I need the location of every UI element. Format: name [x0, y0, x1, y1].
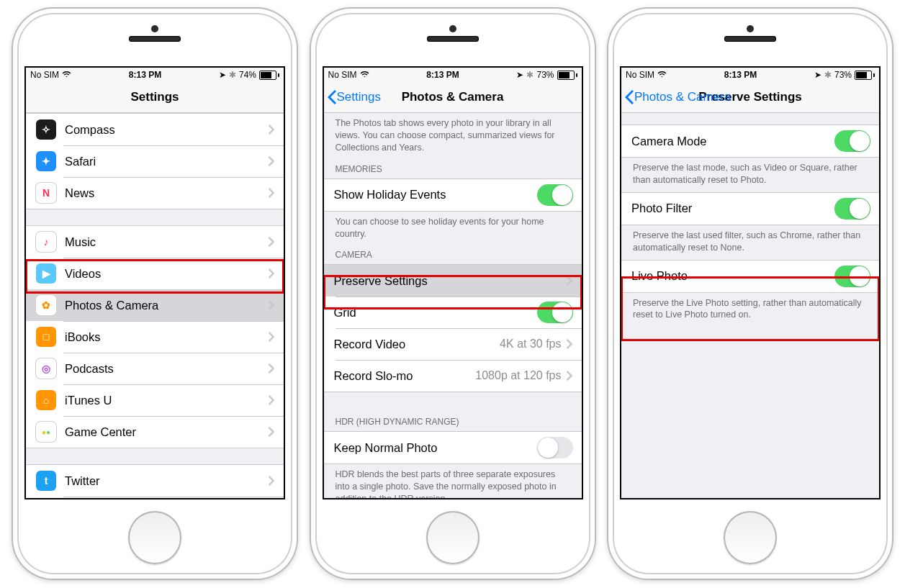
settings-list[interactable]: ✧Compass✦SafariNNews ♪Music▶Videos✿Photo… [26, 113, 284, 498]
app-icon: ●● [36, 422, 56, 442]
speaker-grille [724, 36, 776, 42]
nav-bar: Photos & Camera Preserve Settings [621, 82, 879, 113]
chevron-right-icon [566, 276, 573, 286]
back-button[interactable]: Settings [327, 90, 381, 104]
app-icon: ✦ [36, 151, 56, 171]
row-record-slo-mo[interactable]: Record Slo-mo1080p at 120 fps [324, 360, 582, 392]
photos-camera-list[interactable]: The Photos tab shows every photo in your… [324, 113, 582, 498]
page-title: Photos & Camera [402, 90, 504, 104]
settings-row-itunes-u[interactable]: ⌂iTunes U [26, 384, 284, 416]
clock: 8:13 PM [129, 70, 161, 80]
app-icon: t [36, 471, 56, 491]
settings-row-compass[interactable]: ✧Compass [26, 114, 284, 145]
clock: 8:13 PM [724, 70, 757, 80]
speaker-grille [427, 36, 479, 42]
chevron-right-icon [268, 332, 275, 342]
location-icon: ➤ [814, 70, 821, 80]
row-label: Music [65, 235, 268, 249]
chevron-right-icon [268, 237, 275, 247]
settings-row-facebook[interactable]: fFacebook [26, 497, 284, 498]
wifi-icon [62, 70, 71, 80]
battery-icon [855, 71, 875, 80]
phone-left: No SIM 8:13 PM ➤ ✱ 74% Settings ✧Compass… [13, 9, 297, 579]
back-label: Settings [337, 90, 381, 104]
settings-row-music[interactable]: ♪Music [26, 226, 284, 258]
switch-grid[interactable] [537, 302, 573, 323]
phone-right: No SIM 8:13 PM ➤ ✱ 73% Photos & Camera P… [608, 9, 892, 579]
app-icon: □ [36, 327, 56, 347]
row-label: Keep Normal Photo [334, 441, 537, 455]
switch-live-photo[interactable] [834, 266, 870, 287]
switch-show-holiday[interactable] [537, 184, 573, 206]
app-icon: ◎ [36, 358, 56, 379]
clock: 8:13 PM [426, 70, 459, 80]
chevron-right-icon [268, 363, 275, 374]
row-label: Twitter [65, 474, 268, 488]
app-icon: ✿ [36, 295, 56, 315]
camera-dot [449, 25, 456, 32]
preserve-settings-list[interactable]: Camera ModePreserve the last mode, such … [621, 113, 879, 498]
battery-icon [259, 71, 279, 80]
row-grid[interactable]: Grid [324, 297, 582, 328]
home-button[interactable] [128, 511, 181, 564]
bluetooth-icon: ✱ [526, 70, 533, 80]
hdr-header: HDR (HIGH DYNAMIC RANGE) [324, 412, 582, 431]
settings-row-game-center[interactable]: ●●Game Center [26, 416, 284, 448]
status-bar: No SIM 8:13 PM ➤ ✱ 74% [26, 68, 284, 82]
home-button[interactable] [724, 511, 777, 564]
switch-photo-filter[interactable] [834, 198, 870, 220]
settings-row-safari[interactable]: ✦Safari [26, 145, 284, 177]
row-label: Game Center [65, 425, 268, 439]
settings-row-photos-camera[interactable]: ✿Photos & Camera [26, 289, 284, 321]
row-label: Podcasts [65, 362, 268, 376]
row-label: Photos & Camera [65, 299, 268, 312]
home-button[interactable] [426, 511, 479, 564]
row-record-video[interactable]: Record Video4K at 30 fps [324, 328, 582, 360]
chevron-right-icon [268, 268, 275, 279]
row-photo-filter[interactable]: Photo Filter [621, 193, 879, 225]
screen-settings: No SIM 8:13 PM ➤ ✱ 74% Settings ✧Compass… [24, 66, 285, 499]
row-footer: Preserve the last mode, such as Video or… [621, 158, 879, 192]
settings-row-twitter[interactable]: tTwitter [26, 465, 284, 497]
memories-header: MEMORIES [324, 160, 582, 178]
nav-bar: Settings Photos & Camera [324, 82, 582, 113]
switch-camera-mode[interactable] [834, 130, 870, 152]
page-title: Settings [130, 90, 179, 104]
row-label: iBooks [65, 330, 268, 344]
status-bar: No SIM 8:13 PM ➤ ✱ 73% [324, 68, 582, 82]
switch-keep-normal[interactable] [537, 437, 573, 458]
row-preserve-settings[interactable]: Preserve Settings [324, 265, 582, 297]
row-label: News [65, 186, 268, 200]
status-bar: No SIM 8:13 PM ➤ ✱ 73% [621, 68, 879, 82]
app-icon: ♪ [36, 232, 56, 252]
settings-row-videos[interactable]: ▶Videos [26, 258, 284, 289]
hdr-footer: HDR blends the best parts of three separ… [324, 464, 582, 498]
row-keep-normal-photo[interactable]: Keep Normal Photo [324, 432, 582, 463]
battery-percent: 74% [239, 70, 256, 80]
speaker-grille [129, 36, 181, 42]
chevron-right-icon [268, 427, 275, 437]
row-camera-mode[interactable]: Camera Mode [621, 125, 879, 157]
row-label: Compass [65, 123, 268, 137]
battery-percent: 73% [834, 70, 852, 80]
row-label: Grid [334, 306, 537, 320]
location-icon: ➤ [219, 70, 226, 80]
row-live-photo[interactable]: Live Photo [621, 261, 879, 292]
row-value: 1080p at 120 fps [475, 369, 561, 382]
wifi-icon [360, 70, 369, 80]
row-show-holiday-events[interactable]: Show Holiday Events [324, 179, 582, 211]
settings-row-news[interactable]: NNews [26, 177, 284, 209]
row-label: Camera Mode [631, 135, 834, 148]
settings-row-ibooks[interactable]: □iBooks [26, 321, 284, 353]
photos-tab-footer: The Photos tab shows every photo in your… [324, 113, 582, 160]
screen-photos-camera: No SIM 8:13 PM ➤ ✱ 73% Settings Photos &… [323, 66, 583, 499]
back-button[interactable]: Photos & Camera [624, 90, 731, 104]
chevron-right-icon [268, 476, 275, 486]
bluetooth-icon: ✱ [824, 70, 832, 80]
camera-header: CAMERA [324, 245, 582, 264]
battery-icon [557, 71, 577, 80]
memories-footer: You can choose to see holiday events for… [324, 212, 582, 246]
app-icon: N [36, 183, 56, 203]
nav-bar: Settings [26, 82, 284, 113]
settings-row-podcasts[interactable]: ◎Podcasts [26, 353, 284, 384]
